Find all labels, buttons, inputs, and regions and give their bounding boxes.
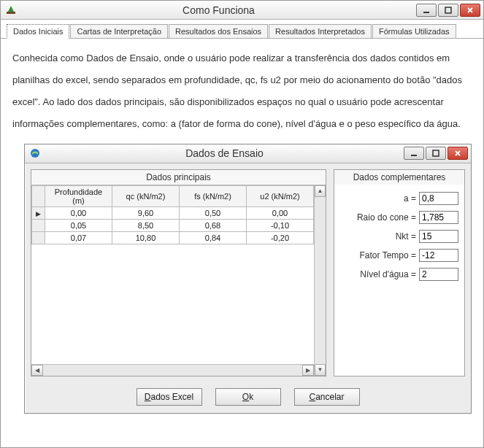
main-data-title: Dados principais: [31, 170, 326, 185]
comp-field-label: a =: [404, 193, 416, 204]
grid-cell[interactable]: -0,20: [247, 231, 314, 244]
inner-window-title: Dados de Ensaio: [45, 147, 404, 159]
grid-cell[interactable]: 0,07: [45, 231, 112, 244]
outer-window: Como Funciona Dados IniciaisCartas de In…: [0, 0, 484, 448]
comp-field-input[interactable]: [419, 249, 458, 262]
table-row[interactable]: 0,009,600,500,00: [32, 206, 314, 219]
tab-resultados-dos-ensaios[interactable]: Resultados dos Ensaios: [169, 24, 268, 38]
maximize-button[interactable]: [438, 4, 458, 17]
main-data-panel: Dados principais Profundidade (m)qc (kN/…: [31, 169, 326, 376]
dados-excel-button[interactable]: Dados Excel: [137, 388, 202, 406]
data-grid[interactable]: Profundidade (m)qc (kN/m2)fs (kN/m2)u2 (…: [31, 185, 314, 244]
comp-field-label: Raio do cone =: [357, 212, 416, 223]
comp-data-title: Dados complementares: [334, 170, 464, 185]
comp-field-row: Raio do cone =: [340, 211, 458, 224]
row-indicator[interactable]: [32, 219, 45, 231]
column-header[interactable]: fs (kN/m2): [180, 185, 247, 206]
comp-field-input[interactable]: [419, 268, 458, 281]
outer-window-title: Como Funciona: [21, 4, 416, 16]
grid-cell[interactable]: -0,10: [247, 219, 314, 231]
comp-field-input[interactable]: [419, 211, 458, 224]
inner-titlebar: Dados de Ensaio: [25, 144, 471, 163]
comp-field-label: Fator Tempo =: [360, 250, 416, 260]
row-indicator[interactable]: [32, 206, 45, 219]
grid-cell[interactable]: 0,84: [180, 231, 247, 244]
inner-body: Dados principais Profundidade (m)qc (kN/…: [25, 163, 471, 382]
grid-cell[interactable]: 8,50: [112, 219, 180, 231]
column-header[interactable]: u2 (kN/m2): [247, 185, 314, 206]
svg-rect-0: [7, 12, 15, 14]
grid-cell[interactable]: 0,50: [180, 206, 247, 219]
inner-maximize-button[interactable]: [426, 147, 446, 160]
cancel-button[interactable]: Cancelar: [294, 388, 360, 406]
comp-data-panel: Dados complementares a =Raio do cone =Nk…: [334, 169, 465, 376]
scroll-up-icon[interactable]: ▲: [315, 185, 326, 197]
svg-rect-5: [433, 150, 439, 156]
minimize-button[interactable]: [416, 4, 437, 17]
grid-cell[interactable]: 10,80: [112, 231, 180, 244]
outer-window-buttons: [416, 4, 480, 17]
column-header[interactable]: qc (kN/m2): [112, 185, 180, 206]
svg-rect-4: [411, 155, 417, 156]
data-grid-wrap: Profundidade (m)qc (kN/m2)fs (kN/m2)u2 (…: [31, 185, 326, 376]
table-row[interactable]: 0,0710,800,84-0,20: [32, 231, 314, 244]
comp-field-row: Fator Tempo =: [340, 249, 458, 262]
comp-field-row: Nkt =: [340, 230, 458, 243]
outer-titlebar: Como Funciona: [1, 1, 483, 20]
inner-window: Dados de Ensaio Dados principais Profund…: [24, 144, 472, 414]
scroll-down-icon[interactable]: ▼: [315, 364, 326, 376]
comp-field-label: Nível d'água =: [360, 269, 416, 279]
grid-cell[interactable]: 9,60: [112, 206, 180, 219]
tab-cartas-de-interpreta-o[interactable]: Cartas de Interpretação: [70, 24, 168, 38]
grid-cell[interactable]: 0,00: [45, 206, 112, 219]
grid-vertical-scrollbar[interactable]: ▲ ▼: [314, 185, 326, 376]
description-text: Conhecida como Dados de Ensaio, onde o u…: [1, 39, 483, 141]
row-indicator[interactable]: [32, 231, 45, 244]
comp-field-row: a =: [340, 192, 458, 205]
comp-field-label: Nkt =: [396, 231, 416, 242]
comp-field-row: Nível d'água =: [340, 268, 458, 281]
grid-horizontal-scrollbar[interactable]: ◀ ▶: [31, 364, 314, 376]
grid-corner: [32, 185, 45, 206]
scroll-left-icon[interactable]: ◀: [31, 365, 43, 376]
close-button[interactable]: [460, 4, 480, 17]
inner-minimize-button[interactable]: [404, 147, 424, 160]
grid-cell[interactable]: 0,68: [180, 219, 247, 231]
tab-dados-iniciais[interactable]: Dados Iniciais: [7, 24, 69, 39]
svg-rect-2: [445, 7, 451, 13]
app-icon: [5, 4, 17, 16]
comp-field-input[interactable]: [419, 230, 458, 243]
comp-field-input[interactable]: [419, 192, 458, 205]
tab-f-rmulas-utilizadas[interactable]: Fórmulas Utilizadas: [372, 24, 456, 38]
comp-fields: a =Raio do cone =Nkt =Fator Tempo =Nível…: [334, 185, 464, 288]
tab-resultados-interpretados[interactable]: Resultados Interpretados: [269, 24, 372, 38]
tabs-row: Dados IniciaisCartas de InterpretaçãoRes…: [1, 20, 483, 39]
inner-window-buttons: [404, 147, 468, 160]
svg-rect-1: [423, 12, 429, 13]
ok-button[interactable]: Ok: [215, 388, 281, 406]
column-header[interactable]: Profundidade (m): [45, 185, 112, 206]
table-row[interactable]: 0,058,500,68-0,10: [32, 219, 314, 231]
inner-close-button[interactable]: [447, 147, 468, 160]
grid-cell[interactable]: 0,00: [247, 206, 314, 219]
dialog-buttons: Dados Excel Ok Cancelar: [25, 382, 471, 413]
scroll-right-icon[interactable]: ▶: [302, 365, 314, 376]
grid-cell[interactable]: 0,05: [45, 219, 112, 231]
inner-app-icon: [29, 147, 41, 159]
